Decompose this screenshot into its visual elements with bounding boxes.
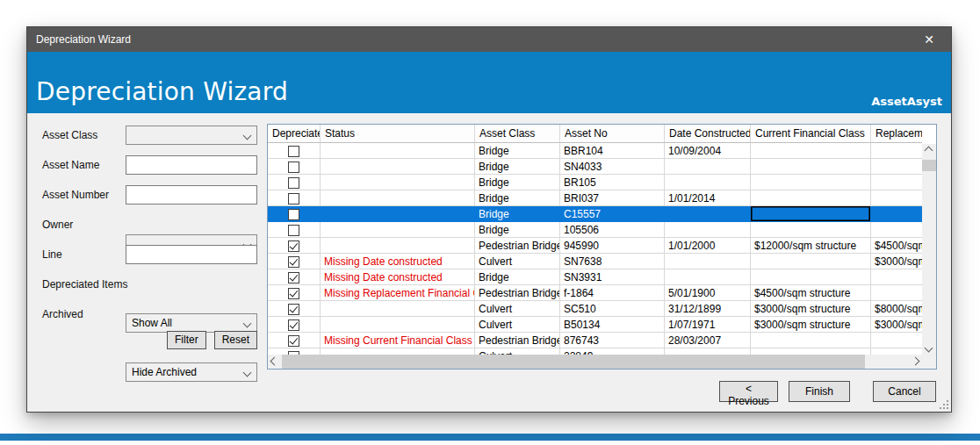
scroll-right-icon[interactable] [912,357,920,366]
depreciate-checkbox[interactable] [288,304,299,315]
cell-current-financial-class[interactable] [751,348,871,355]
cell-asset-class[interactable]: Bridge [475,269,560,285]
cell-date-constructed[interactable] [665,269,751,285]
depreciate-checkbox[interactable] [288,240,299,252]
cell-asset-no[interactable]: SC510 [560,301,665,317]
cell-asset-no[interactable]: 876743 [560,333,665,348]
cell-asset-class[interactable]: Pedestrian Bridge [475,238,560,254]
cell-date-constructed[interactable] [665,206,751,222]
cell-date-constructed[interactable] [665,254,751,269]
cell-replacement[interactable] [871,190,922,206]
resize-grip-icon[interactable] [940,400,948,409]
previous-button[interactable]: < Previous [719,381,778,402]
cell-replacement[interactable] [871,143,922,159]
table-row[interactable]: Missing Date constructedBridgeSN3931 [268,269,922,285]
cell-replacement[interactable] [871,175,922,190]
cell-status[interactable]: Missing Replacement Financial C [321,285,475,301]
table-row[interactable]: Pedestrian Bridge9459901/01/2000$12000/s… [268,238,922,254]
asset-name-input[interactable] [126,155,257,175]
cell-asset-class[interactable]: Pedestrian Bridge [475,333,560,348]
cell-replacement[interactable] [871,285,922,301]
asset-class-select[interactable] [126,126,257,145]
horizontal-scrollbar[interactable] [268,355,922,369]
table-row[interactable]: BridgeC15557 [268,206,922,222]
cell-depreciate[interactable] [268,348,321,355]
column-header[interactable]: Date Constructed [665,125,751,143]
cell-asset-no[interactable]: BRI037 [560,190,665,206]
cell-asset-class[interactable]: Culvert [475,254,560,269]
cell-current-financial-class[interactable] [751,333,871,348]
cell-replacement[interactable] [871,269,922,285]
cell-replacement[interactable]: $8000/sqm [871,301,922,317]
column-header[interactable]: Asset Class [475,125,560,143]
cell-asset-class[interactable]: Bridge [475,159,560,175]
cell-asset-class[interactable]: Culvert [475,301,560,317]
column-header[interactable]: Status [321,125,475,143]
cell-asset-no[interactable]: SN7638 [560,254,665,269]
cell-current-financial-class[interactable] [751,190,871,206]
cell-replacement[interactable]: $3000/sqm [871,254,922,269]
cell-current-financial-class[interactable] [751,143,871,159]
column-header[interactable]: Asset No [560,125,665,143]
cell-asset-no[interactable]: SN4033 [560,159,665,175]
cell-date-constructed[interactable]: 10/09/2004 [665,143,751,159]
scroll-up-icon[interactable] [925,147,933,155]
cell-asset-class[interactable]: Bridge [475,143,560,159]
cell-depreciate[interactable] [268,238,321,254]
cell-asset-no[interactable]: C15557 [560,206,665,222]
cell-depreciate[interactable] [268,175,321,190]
cell-asset-no[interactable]: BBR104 [560,143,665,159]
archived-select[interactable]: Hide Archived [126,362,257,382]
cell-asset-no[interactable]: B50134 [560,317,665,333]
cell-current-financial-class[interactable] [751,159,871,175]
table-row[interactable]: Missing Replacement Financial CPedestria… [268,285,922,301]
cell-depreciate[interactable] [268,190,321,206]
cell-status[interactable]: Missing Date constructed [321,269,475,285]
cell-current-financial-class[interactable] [751,175,871,190]
hscroll-thumb[interactable] [282,355,865,369]
table-row[interactable]: CulvertSC51031/12/1899$3000/sqm structur… [268,301,922,317]
cell-replacement[interactable] [871,222,922,238]
cell-current-financial-class[interactable] [751,222,871,238]
table-row[interactable]: Bridge105506 [268,222,922,238]
cell-status[interactable] [321,222,475,238]
cell-depreciate[interactable] [268,254,321,269]
vscroll-thumb[interactable] [922,160,936,171]
depreciate-checkbox[interactable] [288,193,299,205]
cell-depreciate[interactable] [268,269,321,285]
cell-status[interactable]: Missing Date constructed [321,254,475,269]
cell-status[interactable] [321,317,475,333]
cell-date-constructed[interactable] [665,222,751,238]
cell-asset-class[interactable]: Bridge [475,175,560,190]
cell-status[interactable] [321,206,475,222]
scroll-left-icon[interactable] [270,357,279,366]
cell-status[interactable] [321,175,475,190]
depreciate-checkbox[interactable] [288,209,299,220]
cell-current-financial-class[interactable]: $12000/sqm structure [751,238,871,254]
cell-current-financial-class[interactable] [751,254,871,269]
cell-asset-class[interactable]: Bridge [475,190,560,206]
cell-current-financial-class[interactable]: $3000/sqm structure [751,317,871,333]
depreciate-checkbox[interactable] [288,335,299,347]
cell-status[interactable] [321,301,475,317]
table-row[interactable]: BridgeBBR10410/09/2004 [268,143,922,159]
cell-asset-no[interactable]: f-1864 [560,285,665,301]
cell-asset-class[interactable]: Bridge [475,222,560,238]
reset-button[interactable]: Reset [214,331,257,349]
cell-date-constructed[interactable]: 28/03/2007 [665,333,751,348]
cell-status[interactable] [321,143,475,159]
cell-status[interactable] [321,238,475,254]
cell-current-financial-class[interactable] [751,206,871,222]
cell-current-financial-class[interactable]: $4500/sqm structure [751,285,871,301]
cell-depreciate[interactable] [268,143,321,159]
cell-date-constructed[interactable]: 5/01/1900 [665,285,751,301]
table-row[interactable]: BridgeBRI0371/01/2014 [268,190,922,206]
depreciate-checkbox[interactable] [288,256,299,268]
cell-replacement[interactable] [871,348,922,355]
cancel-button[interactable]: Cancel [873,381,936,402]
table-row[interactable]: Culvert22849 [268,348,922,355]
cell-asset-no[interactable]: BR105 [560,175,665,190]
cell-status[interactable] [321,159,475,175]
cell-current-financial-class[interactable]: $3000/sqm structure [751,301,871,317]
cell-asset-no[interactable]: 945990 [560,238,665,254]
